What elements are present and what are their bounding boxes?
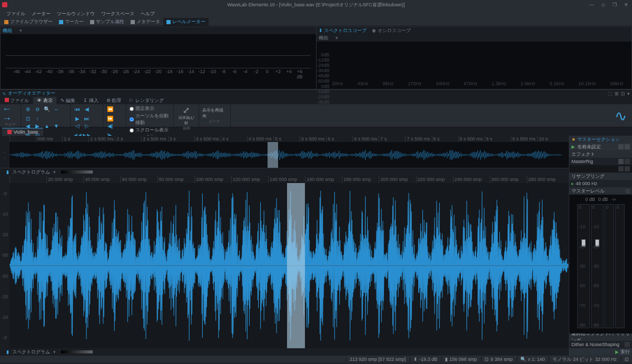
zoom-d-icon[interactable]: ▼ <box>53 122 60 129</box>
maximize-button[interactable]: ◇ <box>597 0 609 9</box>
overview-strip[interactable]: 500 ms1 s1 s 500 ms2 s2 s 500 ms3 s3 s 5… <box>0 136 569 168</box>
preset-icon-2[interactable] <box>625 144 630 149</box>
editor-icon-2[interactable]: ⊞ <box>615 91 619 96</box>
menu-meter[interactable]: メーター <box>32 11 51 17</box>
wave-amplitude-scale: -0-10-20-50-50-20-10-0 <box>0 183 9 348</box>
restore-button[interactable]: ❐ <box>609 0 620 9</box>
status-zoom: 🔍 x 1: 140 <box>517 357 545 362</box>
ribbon-group-align: ⤢ 頭末揃え/材 揃体 <box>174 104 199 127</box>
execute-row[interactable]: ▶ 実行 <box>569 348 632 356</box>
ribbon-tab-process[interactable]: ⚙ 処理 <box>103 97 125 105</box>
scroll-c-icon[interactable]: ◀| <box>106 122 114 129</box>
fader-left[interactable]: 0-10-20-30-50-70-90 <box>577 204 590 328</box>
app-icon <box>2 2 7 7</box>
window-title: WaveLab Elements 10 - [Violin_base.wav (… <box>227 2 404 8</box>
ribbon-tab-view[interactable]: 👁 表示 <box>33 97 56 105</box>
menu-toolwindow[interactable]: ツールウィンドウ <box>57 11 95 17</box>
zoom-a-icon[interactable]: ◀ <box>24 122 32 129</box>
effect-bypass-icon[interactable] <box>625 159 630 164</box>
ribbon-body: ← → ナビゲート ⊕ ⊖ 🔍 ↔ ⊡ ↕ ◀ ▶ ▲ ▼ ⊞ ⊟ ズーム ⏮ … <box>0 104 632 127</box>
ribbon-tab-edit[interactable]: ✎ 編集 <box>57 97 80 105</box>
display-radio-fixed[interactable]: 固定表示 <box>130 105 170 112</box>
spectroscope-tab[interactable]: ⬍ スペクトロスコープ <box>319 27 367 34</box>
detail-ruler[interactable]: 20 000 smp40 000 smp60 000 smp80 000 smp… <box>0 176 569 183</box>
nav-fwd-button[interactable]: → <box>3 115 11 122</box>
display-radio-scroll[interactable]: スクロール表示 <box>130 127 170 134</box>
spectroscope-header: ⬍ スペクトロスコープ ◉ オシロスコープ <box>317 27 632 34</box>
dither-row[interactable]: Dither & NoiseShaping <box>569 341 632 348</box>
overview-selection[interactable] <box>268 142 278 168</box>
minimize-button[interactable]: — <box>586 0 597 9</box>
oscope-tab[interactable]: ◉ オシロスコープ <box>372 27 411 34</box>
cursor-start-icon[interactable]: ⏮ <box>74 105 81 113</box>
editor-icon-3[interactable]: ⊡ <box>621 91 625 96</box>
menu-workspace[interactable]: ワークスペース <box>101 11 134 17</box>
spectrogram-gradient <box>61 170 93 174</box>
zoom-c-icon[interactable]: ▲ <box>43 122 51 129</box>
nav-back-button[interactable]: ← <box>3 105 11 113</box>
zoom-sel-icon[interactable]: ⊖ <box>34 105 41 113</box>
toolbar-tabs: ファイルブラウザー マーカー サンプル属性 メタデータ レベルメーター <box>0 18 632 26</box>
overview-left-scale: -- <box>0 142 9 168</box>
resampling-value-row[interactable]: ▸ 48 000 Hz <box>569 180 632 187</box>
tab-sample-attr[interactable]: サンプル属性 <box>87 18 127 26</box>
status-peak: ⬍ -19.3 dB <box>410 357 437 362</box>
meter-output-l: 0 <box>605 204 614 328</box>
db-scale: -46-44-42-40-38-36-34-32-30-28-26-24-22-… <box>11 69 305 79</box>
zoom-in-icon[interactable]: 🔍 <box>43 105 51 113</box>
status-icon[interactable]: ⊡ <box>621 357 629 362</box>
ribbon-group-scroll: ⏪ ⏩ ◀| |▶ スクロール <box>103 104 126 127</box>
effect-empty-slot[interactable] <box>569 165 632 173</box>
level-meter-body: -46-44-42-40-38-36-34-32-30-28-26-24-22-… <box>1 34 316 89</box>
display-radio-cursor[interactable]: カーソルを自動移動 <box>130 113 170 126</box>
scroll-a-icon[interactable]: ⏪ <box>106 105 114 113</box>
scope-functions-tab[interactable]: 機能 <box>319 35 328 42</box>
editor-icon-1[interactable]: ⬚ <box>608 91 613 96</box>
cursor-end-icon[interactable]: ⏭ <box>83 115 91 122</box>
zoom-v-icon[interactable]: ↕ <box>34 115 41 122</box>
ribbon-group-cursor: ⏮ ◀ ▶ ⏭ ◁ ▷ ◀◀ ▶▶ カーソル <box>71 104 103 127</box>
cursor-next-icon[interactable]: ▶ <box>74 115 81 122</box>
align-button[interactable]: ⤢ <box>183 105 190 115</box>
cursor-prev-icon[interactable]: ◀ <box>83 105 91 113</box>
effect-solo-icon[interactable] <box>618 159 624 164</box>
zoom-time-icon[interactable]: ⊕ <box>24 105 32 113</box>
fader-right[interactable]: 0-10-20-30-50-70-90 <box>591 204 604 328</box>
status-selection: ⊡ 9 384 smp <box>481 357 512 362</box>
ribbon-tab-render[interactable]: ▷ レンダリング <box>125 97 167 105</box>
scroll-b-icon[interactable]: ⏩ <box>106 115 114 122</box>
ribbon-tab-insert[interactable]: ↧ 挿入 <box>80 97 102 105</box>
resampling-header: リサンプリング <box>569 173 632 180</box>
overview-waveform[interactable] <box>9 142 564 168</box>
cursor-b-icon[interactable]: ▷ <box>83 122 91 129</box>
spectroscope-panel: ⬍ スペクトロスコープ ◉ オシロスコープ 機能 ▾ 0dB-12dB-24dB… <box>316 26 633 89</box>
tab-metadata[interactable]: メタデータ <box>127 18 163 26</box>
ribbon-group-zoom: ⊕ ⊖ 🔍 ↔ ⊡ ↕ ◀ ▶ ▲ ▼ ⊞ ⊟ ズーム <box>21 104 71 127</box>
tab-filebrowser[interactable]: ファイルブラウザー <box>1 18 56 26</box>
close-button[interactable]: ✕ <box>620 0 632 9</box>
level-meter-functions-tab[interactable]: 機能 <box>3 27 12 34</box>
editor-icon-4[interactable]: ▾ <box>627 91 630 96</box>
spectrogram-dropdown[interactable]: ▾ <box>53 169 56 175</box>
preset-icon-1[interactable] <box>618 144 624 149</box>
bottom-spectrogram-row: ▮ スペクトログラム ▾ <box>0 348 569 356</box>
level-meter-header: 機能 ▾ <box>1 27 316 34</box>
redraw-button[interactable]: 表示を再描画 <box>202 107 227 119</box>
zoom-ms-icon[interactable]: ⊡ <box>24 115 32 122</box>
cursor-a-icon[interactable]: ◁ <box>74 122 81 129</box>
detail-waveform[interactable]: -0-10-20-50-50-20-10-0 <box>0 183 569 348</box>
effect-masterrig[interactable]: MasterRig <box>569 158 632 165</box>
bottom-spectrogram-label: スペクトログラム <box>12 349 50 356</box>
preset-row[interactable]: ▶ 名称未設定 <box>569 143 632 150</box>
menu-help[interactable]: ヘルプ <box>141 11 155 17</box>
spectroscope-body: 0dB-12dB-24dB-36dB-48dB-60dB0dB-12dB-24d… <box>317 42 632 89</box>
tab-marker[interactable]: マーカー <box>56 18 87 26</box>
zoom-out-icon[interactable]: ↔ <box>53 105 60 113</box>
bottom-spectrogram-dropdown[interactable]: ▾ <box>53 349 56 355</box>
overview-ruler[interactable]: 500 ms1 s1 s 500 ms2 s2 s 500 ms3 s3 s 5… <box>0 136 569 142</box>
waveform-selection[interactable] <box>287 183 305 348</box>
tab-levelmeter[interactable]: レベルメーター <box>163 18 209 26</box>
zoom-b-icon[interactable]: ▶ <box>34 122 41 129</box>
ribbon-group-navigate: ← → ナビゲート <box>0 104 21 127</box>
menu-file[interactable]: ファイル <box>6 11 25 17</box>
